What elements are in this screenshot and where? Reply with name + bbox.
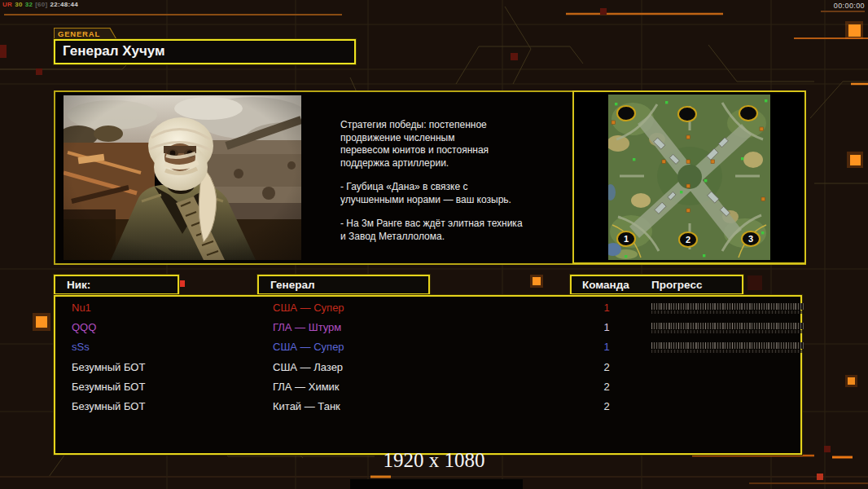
player-team: 1 — [594, 337, 619, 357]
player-team: 2 — [594, 397, 619, 416]
general-name-box: Генерал Хучум — [54, 39, 356, 64]
player-general: ГЛА — Химик — [273, 377, 340, 397]
header-nick: Ник: — [54, 275, 179, 295]
table-row: Безумный БОТКитай — Танк2 — [55, 397, 800, 416]
progress-bar-subticks — [651, 330, 804, 333]
debug-value-1: 30 — [15, 1, 23, 8]
table-row: Безумный БОТГЛА — Химик2 — [55, 377, 800, 397]
general-portrait — [64, 95, 301, 260]
progress-bar-ticks — [651, 303, 804, 310]
player-nick: Nu1 — [72, 298, 91, 318]
general-info-panel: Стратегия победы: постепенное продвижени… — [54, 90, 806, 265]
progress-bar-ticks — [651, 342, 804, 349]
table-row: Nu1США — Супер1 — [55, 298, 800, 318]
strategy-paragraph: Стратегия победы: постепенное продвижени… — [340, 119, 568, 170]
player-general: США — Лазер — [273, 358, 343, 377]
player-general: Китай — Танк — [273, 397, 340, 416]
player-team: 1 — [594, 298, 619, 318]
progress-bar — [651, 323, 804, 333]
spawn-label-1: 1 — [624, 234, 629, 244]
debug-value-2: 32 — [25, 1, 33, 8]
general-tab-label: GENERAL — [55, 29, 116, 40]
general-tab: GENERAL — [54, 28, 117, 40]
debug-stats: UR3032[60]22:48:44 — [2, 1, 81, 8]
table-row: QQQГЛА — Штурм1 — [55, 318, 800, 337]
player-general: США — Супер — [273, 298, 344, 318]
map-preview-box: 1 2 3 — [572, 90, 806, 264]
debug-clock: 22:48:44 — [50, 1, 78, 8]
progress-bar-subticks — [651, 350, 804, 353]
spawn-label-2: 2 — [686, 235, 690, 244]
player-team: 2 — [594, 377, 619, 397]
header-general: Генерал — [257, 275, 430, 295]
player-team: 1 — [594, 318, 619, 337]
player-nick: sSs — [72, 337, 90, 357]
header-progress-label: Прогресс — [651, 276, 702, 293]
header-team-progress: Команда Прогресс — [570, 275, 743, 295]
header-nick-label: Ник: — [67, 279, 90, 291]
strategy-paragraph: - Гаубица «Дана» в связке с улучшенными … — [340, 181, 568, 206]
map-preview: 1 2 3 — [608, 95, 770, 260]
progress-bar-subticks — [651, 311, 804, 314]
header-team-label: Команда — [582, 276, 629, 293]
table-row: Безумный БОТСША — Лазер2 — [55, 358, 800, 377]
player-general: ГЛА — Штурм — [273, 318, 341, 337]
spawn-label-3: 3 — [748, 234, 753, 244]
player-team: 2 — [594, 358, 619, 377]
resolution-label: 1920 x 1080 — [0, 449, 868, 472]
debug-value-3: [60] — [35, 1, 47, 8]
header-general-label: Генерал — [270, 279, 314, 291]
progress-bar — [651, 303, 804, 314]
general-name: Генерал Хучум — [55, 41, 354, 62]
table-row: sSsСША — Супер1 — [55, 337, 800, 357]
strategy-text: Стратегия победы: постепенное продвижени… — [340, 119, 568, 254]
debug-label: UR — [2, 1, 12, 8]
player-nick: Безумный БОТ — [72, 377, 145, 397]
match-timer: 00:00:00 — [816, 2, 865, 10]
progress-bar — [651, 342, 804, 353]
player-nick: QQQ — [72, 318, 96, 337]
player-nick: Безумный БОТ — [72, 358, 145, 377]
player-general: США — Супер — [273, 337, 344, 357]
players-table: Nu1США — Супер1QQQГЛА — Штурм1sSsСША — С… — [54, 295, 802, 455]
strategy-paragraph: - На 3м Ранге вас ждёт элитная техника и… — [340, 218, 568, 243]
player-nick: Безумный БОТ — [72, 397, 145, 416]
loading-screen: UR3032[60]22:48:44 00:00:00 GENERAL Гене… — [0, 0, 868, 489]
progress-bar-ticks — [651, 323, 804, 329]
